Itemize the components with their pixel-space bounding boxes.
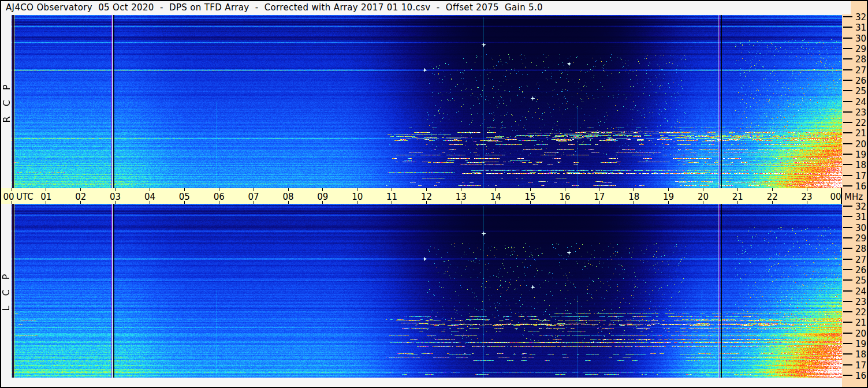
time-tick-top [599,188,599,191]
freq-tick-label: 19 [851,150,866,160]
freq-tick-label: 30 [851,223,866,233]
time-hour-label: 18 [627,192,641,202]
freq-tick-label: 20 [851,139,866,150]
time-hour-label: 13 [454,192,468,202]
freq-tick-label: 22 [851,118,866,128]
lcp-panel-label-text: L C P [1,271,12,311]
time-tick-top [634,188,634,191]
time-hour-label: 04 [143,192,157,202]
time-tick-top [150,188,150,191]
time-axis-unit-label: UTC [16,192,33,202]
time-tick-top [530,188,531,191]
time-tick-top [807,188,807,191]
time-hour-label: 14 [489,192,502,202]
freq-tick-label: 22 [851,307,866,318]
app-window: 3231302928272625242322212019181716323130… [0,0,868,388]
freq-tick-label: 29 [851,233,866,244]
freq-tick-label: 30 [851,33,866,44]
freq-tick-label: 27 [851,65,866,76]
time-hour-label: 03 [109,192,122,202]
time-hour-label: 02 [74,192,88,202]
title-bar: AJ4CO Observatory 05 Oct 2020 - DPS on T… [1,1,851,14]
time-hour-label: 06 [212,192,226,202]
freq-tick-label: 25 [851,86,866,96]
time-hour-label: 07 [247,192,260,202]
lcp-panel-label: L C P [1,204,12,378]
time-tick-top [288,188,289,191]
freq-tick-label: 31 [851,23,866,33]
freq-tick-label: 23 [851,107,866,118]
time-hour-label: 21 [731,192,744,202]
freq-tick-label: 18 [851,349,866,360]
time-tick-top [46,188,46,191]
time-hour-label: 22 [765,192,779,202]
time-tick-top [668,188,669,191]
time-tick-top [322,188,323,191]
freq-tick-label: 29 [851,44,866,54]
time-tick-top [461,188,461,191]
window-content: 3231302928272625242322212019181716323130… [1,1,867,387]
time-hour-label: 09 [316,192,330,202]
time-tick-top [737,188,738,191]
time-hour-label: 23 [800,192,814,202]
freq-tick-label: 17 [851,171,866,181]
freq-tick-label: 24 [851,286,866,297]
time-tick-top [392,188,392,191]
time-tick-top [772,188,773,191]
time-hour-label: 16 [558,192,572,202]
time-hour-label: 17 [593,192,606,202]
time-hour-label: 10 [351,192,364,202]
freq-tick-label: 21 [851,128,866,139]
time-hour-label: 05 [177,192,191,202]
freq-tick-label: 32 [851,12,866,23]
freq-tick-label: 32 [851,202,866,212]
time-tick-top [219,188,219,191]
time-tick-top [703,188,703,191]
time-hour-label: 11 [385,192,399,202]
freq-tick-label: 27 [851,255,866,265]
time-hour-label: 00 [829,192,843,202]
freq-tick-label: 26 [851,265,866,275]
time-hour-label: 08 [281,192,295,202]
freq-tick-label: 16 [851,181,866,192]
time-axis-band: 0001020304050607080910111213141516171819… [1,188,842,204]
time-tick-top [115,188,116,191]
freq-axis-unit-label: MHz [844,192,867,202]
rcp-panel-label: R C P [1,15,12,188]
freq-tick-label: 17 [851,360,866,371]
time-tick-top [426,188,427,191]
time-tick-top [496,188,496,191]
observation-title: AJ4CO Observatory 05 Oct 2020 - DPS on T… [6,2,543,13]
time-hour-label: 12 [420,192,434,202]
freq-tick-label: 25 [851,275,866,286]
freq-tick-label: 28 [851,54,866,65]
time-tick-top [565,188,565,191]
freq-tick-label: 21 [851,318,866,328]
time-hour-label: 00 [2,192,16,202]
freq-tick-label: 26 [851,76,866,86]
time-hour-label: 01 [39,192,53,202]
time-tick-top [184,188,185,191]
time-tick-top [357,188,357,191]
freq-tick-label: 28 [851,244,866,254]
time-tick-top [254,188,254,191]
freq-tick-label: 24 [851,97,866,107]
rcp-panel-label-text: R C P [1,81,12,122]
freq-tick-label: 31 [851,212,866,222]
freq-tick-label: 16 [851,371,866,381]
freq-tick-label: 23 [851,297,866,307]
rcp-spectrogram-canvas [12,15,842,188]
time-hour-label: 19 [662,192,676,202]
time-tick-top [12,188,12,191]
time-hour-label: 20 [696,192,710,202]
freq-tick-label: 20 [851,329,866,339]
time-hour-label: 15 [523,192,537,202]
freq-tick-label: 18 [851,160,866,170]
lcp-spectrogram-canvas [12,204,842,378]
frequency-scale-column: 3231302928272625242322212019181716323130… [842,1,867,387]
freq-tick-label: 19 [851,339,866,349]
time-tick-top [841,188,842,191]
time-tick-top [80,188,81,191]
